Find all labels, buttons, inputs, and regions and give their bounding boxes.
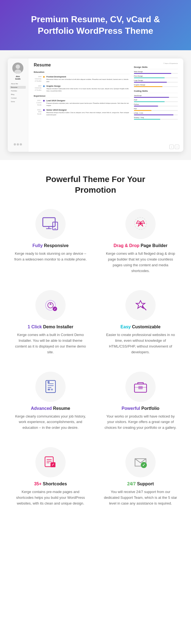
click-icon: ✓ bbox=[42, 298, 59, 313]
skill-logo-design-label: Logo Design bbox=[134, 80, 178, 81]
experience-entry-1: 2015 - CurrentStudio Lead UI/UX Designer… bbox=[34, 100, 130, 107]
skill-print-design: Print Design bbox=[134, 75, 178, 78]
resume-navigation: About Me Resume Portfolio Blog Contact E… bbox=[8, 82, 28, 103]
edu-content-1: Fronted Development Maecenas finibus nec… bbox=[46, 76, 130, 83]
nav-contact[interactable]: Contact bbox=[10, 97, 26, 99]
feature-desc-support: You will receive 24/7 support from our d… bbox=[104, 489, 177, 506]
skill-print-design-bar bbox=[134, 77, 178, 78]
next-arrow[interactable]: › bbox=[175, 145, 179, 149]
timeline-dot-1 bbox=[43, 76, 45, 78]
feature-one-click: ✓ 1 Click Demo Installer Kerge comes wit… bbox=[8, 287, 93, 358]
social-linkedin[interactable] bbox=[20, 143, 22, 145]
feature-shortcodes: ✓ 35+ Shortcodes Kerge contains pre-made… bbox=[8, 444, 93, 509]
svg-text:✓: ✓ bbox=[54, 307, 56, 310]
svg-rect-15 bbox=[46, 380, 55, 393]
skill-logo-design-fill bbox=[134, 82, 167, 83]
svg-rect-21 bbox=[51, 389, 53, 390]
skill-web-design-fill bbox=[134, 73, 171, 74]
svg-rect-23 bbox=[138, 386, 143, 389]
skill-html-css-fill bbox=[134, 114, 173, 115]
features-section: Powerful Theme For YourPromotion Fully R… bbox=[0, 160, 191, 523]
prev-arrow[interactable]: ‹ bbox=[169, 145, 174, 149]
skill-perl-bar bbox=[134, 110, 178, 111]
social-twitter[interactable] bbox=[14, 143, 16, 145]
skill-perl-fill bbox=[134, 110, 151, 111]
skill-python: Python bbox=[134, 103, 178, 107]
skill-python-bar bbox=[134, 106, 178, 107]
skill-smarty-twig-label: Smarty / Twig bbox=[134, 117, 178, 118]
feature-support: ✓ 24/7 Support You will receive 24/7 sup… bbox=[98, 444, 183, 509]
feature-highlight-drag: Drag & Drop bbox=[114, 243, 139, 248]
resume-preview-section: AlexSmith About Me Resume Portfolio Blog… bbox=[0, 50, 191, 160]
feature-icon-wrap-support: ✓ bbox=[125, 447, 156, 477]
skill-perl: Perl bbox=[134, 108, 178, 111]
skill-smarty-twig: Smarty / Twig bbox=[134, 117, 178, 120]
drag-drop-icon bbox=[132, 217, 149, 232]
edu-text-1: Maecenas finibus nec sem id tincidunt si… bbox=[46, 78, 130, 83]
skill-graphic-design: Graphic Design bbox=[134, 84, 178, 87]
timeline-dot-2 bbox=[43, 85, 45, 87]
skill-javascript-label: JavaScript bbox=[134, 95, 178, 96]
skill-javascript-fill bbox=[134, 97, 169, 98]
feature-desc-portfolio: Your works or products will have noticed… bbox=[104, 414, 177, 431]
exp-text-1: Praesent pharetra vulputate justo, sed e… bbox=[46, 102, 130, 107]
svg-point-14 bbox=[142, 306, 144, 307]
resume-person-name: AlexSmith bbox=[15, 75, 20, 80]
feature-portfolio: Powerful Portfolio Your works or product… bbox=[98, 369, 183, 433]
skill-graphic-design-label: Graphic Design bbox=[134, 84, 178, 86]
feature-highlight-support: 24/7 bbox=[127, 481, 136, 486]
exp-text-2: Maecenas tempus faucibus nullam. Duis eu… bbox=[46, 111, 130, 116]
feature-title-portfolio: Powerful Portfolio bbox=[104, 406, 177, 411]
edu-job-2: Graphic Design bbox=[46, 85, 130, 87]
skill-python-label: Python bbox=[134, 103, 178, 105]
education-entry-2: 2007University of Studies Graphic Design… bbox=[34, 85, 130, 92]
feature-icon-wrap-portfolio bbox=[125, 372, 156, 402]
feature-icon-wrap-drag bbox=[125, 209, 156, 239]
feature-title-shortcodes: 35+ Shortcodes bbox=[14, 481, 87, 486]
edu-job-1: Fronted Development bbox=[46, 76, 130, 78]
feature-icon-wrap-shortcodes: ✓ bbox=[35, 447, 66, 477]
feature-highlight-click: 1 Click bbox=[28, 324, 42, 329]
timeline-dot-4 bbox=[43, 109, 45, 111]
feature-highlight-customize: Easy bbox=[120, 324, 131, 329]
feature-drag-drop: Drag & Drop Page Builder Kerge comes wit… bbox=[98, 206, 183, 276]
skill-smarty-twig-bar bbox=[134, 119, 178, 120]
avatar bbox=[12, 63, 23, 74]
feature-highlight-portfolio: Powerful bbox=[122, 406, 140, 411]
shortcodes-icon: ✓ bbox=[42, 455, 59, 470]
feature-icon-wrap-responsive bbox=[35, 209, 66, 239]
social-facebook[interactable] bbox=[17, 143, 19, 145]
feature-title-responsive: Fully Responsive bbox=[14, 243, 87, 248]
hero-section: Premium Resume, CV, vCard & Portfolio Wo… bbox=[0, 0, 191, 50]
feature-icon-wrap-resume bbox=[35, 372, 66, 402]
education-title: Education bbox=[34, 71, 130, 74]
svg-point-1 bbox=[16, 65, 20, 69]
skill-print-design-fill bbox=[134, 77, 165, 78]
nav-blog[interactable]: Blog bbox=[10, 93, 26, 96]
edu-text-2: Aliquam tincidunt malesuada tortor vitae… bbox=[46, 88, 130, 92]
resume-icon bbox=[43, 379, 58, 394]
resume-sidebar: AlexSmith About Me Resume Portfolio Blog… bbox=[8, 58, 28, 152]
skill-web-design-label: Web Design bbox=[134, 71, 178, 72]
resume-left-column: Resume Education 2008University of Studi… bbox=[34, 63, 130, 148]
experience-title: Experience bbox=[34, 95, 130, 98]
nav-about[interactable]: About Me bbox=[10, 82, 26, 85]
skill-web-design: Web Design bbox=[134, 71, 178, 74]
resume-right-column: 7 Years of Experience Design Skills Web … bbox=[134, 63, 178, 148]
skill-php: PHP bbox=[134, 99, 178, 102]
feature-advanced-resume: Advanced Resume Kerge clearly communicat… bbox=[8, 369, 93, 433]
exp-content-2: Senior UI/UX Designer Maecenas tempus fa… bbox=[46, 109, 130, 116]
nav-portfolio[interactable]: Portfolio bbox=[10, 89, 26, 92]
feature-highlight-shortcodes: 35+ bbox=[34, 481, 41, 486]
svg-point-19 bbox=[47, 381, 50, 383]
exp-year-1: 2015 - CurrentStudio bbox=[34, 100, 41, 107]
skill-graphic-design-bar bbox=[134, 86, 178, 87]
skill-perl-label: Perl bbox=[134, 108, 178, 110]
feature-customizable: Easy Customizable Easier to create profe… bbox=[98, 287, 183, 358]
skill-php-label: PHP bbox=[134, 99, 178, 101]
nav-resume[interactable]: Resume bbox=[10, 86, 26, 89]
education-entry-1: 2008University of Studies Fronted Develo… bbox=[34, 76, 130, 83]
nav-extra[interactable]: Extra bbox=[10, 100, 26, 103]
skill-graphic-design-fill bbox=[134, 86, 162, 87]
feature-desc-drag: Kerge comes with a full fledged drag & d… bbox=[104, 251, 177, 274]
